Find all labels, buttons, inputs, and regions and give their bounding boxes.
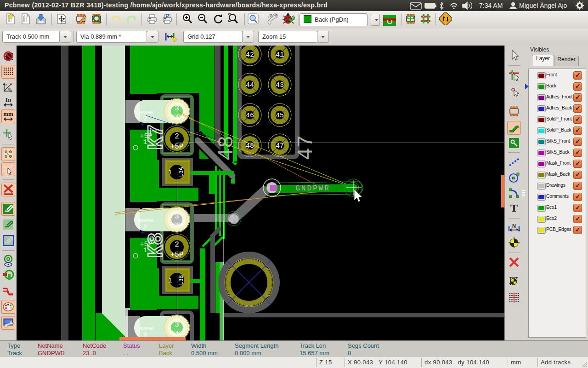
- svg-text:φ: φ: [8, 86, 11, 91]
- svg-text:1: 1: [168, 277, 172, 285]
- svg-text:T: T: [510, 202, 518, 214]
- svg-text:+5P: +5P: [170, 143, 184, 151]
- svg-text:41: 41: [276, 51, 284, 59]
- svg-text:44: 44: [246, 81, 254, 89]
- svg-text:L3A: L3A: [178, 167, 185, 177]
- svg-text:N: N: [512, 223, 516, 229]
- svg-text:Miguel Ángel Ajo: Miguel Ángel Ajo: [519, 2, 567, 9]
- svg-text:2: 2: [143, 115, 147, 123]
- svg-text:K7: K7: [145, 124, 169, 150]
- svg-text:GNDPWR: GNDPWR: [170, 330, 185, 335]
- svg-text:3: 3: [175, 104, 179, 113]
- svg-text:GNDPWR: GNDPWR: [170, 114, 185, 119]
- svg-text:In: In: [6, 96, 11, 103]
- svg-text:GNDPWR: GNDPWR: [139, 110, 154, 115]
- svg-text:GNDPWR: GNDPWR: [295, 184, 330, 193]
- svg-text:46: 46: [246, 112, 254, 120]
- svg-text:43: 43: [276, 81, 284, 89]
- svg-text:47: 47: [276, 142, 284, 150]
- svg-text:L3B: L3B: [178, 275, 185, 285]
- svg-text:K8: K8: [145, 232, 169, 258]
- svg-text:48: 48: [215, 135, 239, 161]
- svg-text:P: P: [165, 13, 169, 19]
- svg-text:45: 45: [276, 112, 284, 120]
- svg-text:2: 2: [143, 224, 147, 231]
- svg-text:48: 48: [246, 142, 254, 150]
- svg-text:mm: mm: [3, 110, 13, 117]
- svg-text:7:34 AM: 7:34 AM: [479, 2, 503, 9]
- svg-text:1: 1: [168, 169, 172, 177]
- svg-text:GNDPWR: GNDPWR: [139, 327, 154, 331]
- svg-text:42: 42: [246, 51, 254, 59]
- svg-text:r: r: [6, 83, 7, 87]
- svg-text:GNDPWR: GNDPWR: [139, 218, 154, 223]
- svg-text:2: 2: [175, 132, 179, 141]
- svg-text:47: 47: [294, 135, 318, 160]
